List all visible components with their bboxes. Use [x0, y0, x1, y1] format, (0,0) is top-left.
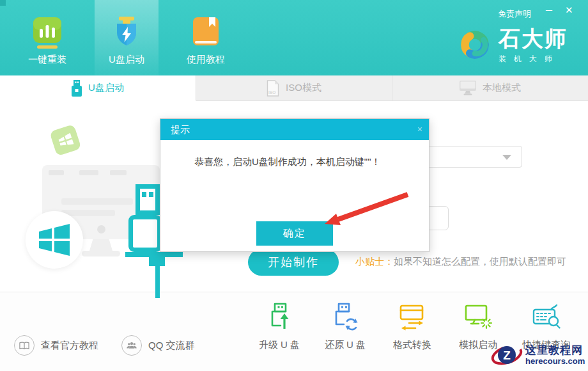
windows-flag-badge — [26, 211, 83, 269]
shield-usb-icon — [111, 16, 142, 51]
tab-label: U盘启动 — [88, 82, 124, 94]
close-icon[interactable]: ✕ — [565, 4, 573, 16]
nav-item-label: 一键重装 — [15, 54, 79, 66]
watermark-logo-icon: Z — [491, 341, 523, 369]
watermark-site-url: herecours.com — [525, 356, 585, 367]
dialog-title: 提示 — [160, 119, 429, 140]
tab-usb-boot[interactable]: U盘启动 — [0, 75, 196, 101]
nav-item-label: U盘启动 — [95, 54, 159, 66]
usb-plug-pin — [142, 192, 146, 197]
iso-file-icon: ISO — [267, 80, 279, 97]
usb-plug-pin — [149, 192, 153, 197]
mode-tabs: U盘启动 ISO ISO模式 本地模式 — [0, 75, 588, 101]
tab-local-mode[interactable]: 本地模式 — [392, 75, 588, 101]
hotkey-search-icon — [532, 302, 561, 333]
tab-iso-mode[interactable]: ISO ISO模式 — [196, 75, 392, 101]
tab-label: ISO模式 — [286, 82, 321, 94]
qq-group-link[interactable]: QQ 交流群 — [121, 335, 195, 356]
brand-logo: 石大师 装机大师 — [456, 26, 568, 65]
brand-swirl-icon — [456, 26, 493, 64]
chart-bars-icon — [32, 16, 63, 51]
usb-restore-icon — [330, 302, 360, 333]
nav-item-reinstall[interactable]: 一键重装 — [15, 0, 79, 75]
minimize-icon[interactable]: ─ — [546, 4, 552, 16]
monitor-detail — [49, 170, 64, 175]
header-bar: 一键重装 U盘启动 使用教程 — [0, 0, 588, 75]
usb-plug-flange — [125, 252, 183, 257]
usb-plug-cable — [155, 266, 160, 298]
monitor-icon — [460, 81, 476, 96]
users-group-icon — [121, 335, 142, 356]
alert-dialog: 提示 × 恭喜您，启动U盘制作成功，本机启动键""！ 确定 — [160, 118, 429, 252]
tool-restore-usb[interactable]: 还原 U 盘 — [316, 302, 374, 351]
confirm-button[interactable]: 确定 — [256, 221, 333, 246]
monitor-detail — [61, 198, 133, 205]
monitor-stand — [89, 239, 112, 251]
usb-plug-connector — [135, 184, 160, 215]
brand-name: 石大师 — [499, 26, 568, 51]
nav-item-usb-boot[interactable]: U盘启动 — [95, 0, 159, 75]
dialog-message: 恭喜您，启动U盘制作成功，本机启动键""！ — [194, 156, 380, 168]
brand-subtitle: 装机大师 — [499, 54, 568, 65]
toolbar-link-label: QQ 交流群 — [148, 340, 195, 352]
tip-label: 小贴士： — [355, 256, 394, 267]
usb-plug-body — [128, 215, 162, 252]
open-book-icon — [14, 335, 35, 356]
tip-row: 小贴士：如果不知道怎么配置，使用默认配置即可 — [355, 256, 566, 268]
toolbar-link-label: 查看官方教程 — [41, 340, 98, 352]
simulate-boot-icon — [463, 302, 493, 333]
corner-accent — [0, 0, 6, 6]
start-make-button[interactable]: 开始制作 — [248, 249, 339, 276]
nav-item-tutorial[interactable]: 使用教程 — [174, 0, 238, 75]
monitor-detail — [97, 225, 105, 233]
monitor-base — [82, 251, 120, 257]
tip-text: 如果不知道怎么配置，使用默认配置即可 — [394, 256, 566, 267]
site-watermark: Z 这里教程网 herecours.com — [491, 341, 587, 369]
watermark-letter: Z — [503, 349, 511, 362]
usb-upgrade-icon — [265, 302, 294, 333]
book-icon — [190, 16, 221, 51]
tool-format-convert[interactable]: 格式转换 — [383, 302, 441, 351]
dialog-close-icon[interactable]: × — [417, 119, 422, 140]
app-window: 一键重装 U盘启动 使用教程 — [0, 0, 588, 371]
nav-item-label: 使用教程 — [174, 54, 238, 66]
windows-flag-icon — [38, 222, 71, 258]
iso-icon-text: ISO — [268, 90, 275, 95]
tool-upgrade-usb[interactable]: 升级 U 盘 — [251, 302, 308, 351]
tool-label: 升级 U 盘 — [251, 339, 308, 351]
dropdown-caret-icon — [502, 155, 511, 160]
tab-label: 本地模式 — [483, 82, 521, 94]
monitor-detail — [79, 170, 98, 175]
watermark-site-name: 这里教程网 — [525, 344, 585, 356]
disclaimer-link[interactable]: 免责声明 — [498, 8, 531, 20]
official-tutorial-link[interactable]: 查看官方教程 — [14, 335, 98, 356]
format-convert-icon — [398, 302, 427, 333]
monitor-detail — [110, 170, 127, 175]
tool-label: 还原 U 盘 — [316, 339, 374, 351]
tool-label: 格式转换 — [383, 339, 441, 351]
usb-drive-icon — [72, 80, 82, 97]
usb-plug-neck — [149, 257, 165, 266]
